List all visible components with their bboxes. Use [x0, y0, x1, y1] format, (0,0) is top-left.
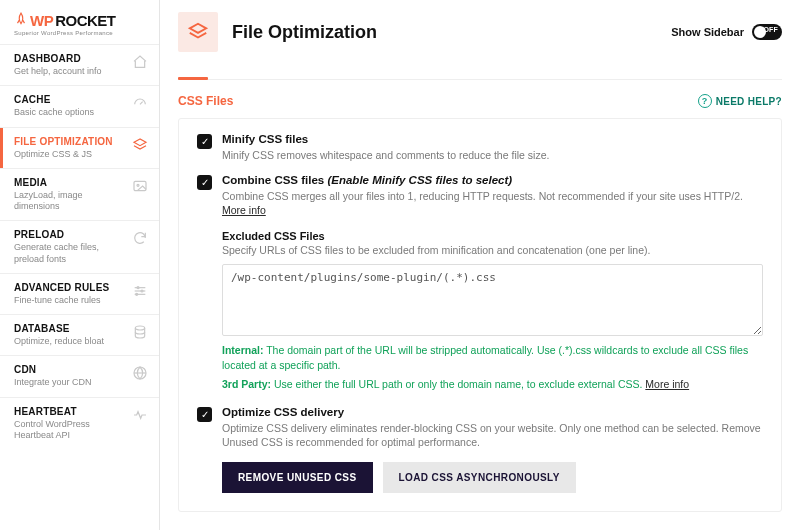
checkbox-combine-css[interactable]: ✓	[197, 175, 212, 190]
excluded-title: Excluded CSS Files	[222, 230, 763, 242]
sidebar-item-database[interactable]: DATABASEOptimize, reduce bloat	[0, 314, 159, 355]
option-minify-desc: Minify CSS removes whitespace and commen…	[222, 148, 763, 162]
sidebar-item-title: HEARTBEAT	[14, 406, 127, 417]
sidebar-item-sub: Integrate your CDN	[14, 377, 92, 388]
sidebar-item-dashboard[interactable]: DASHBOARDGet help, account info	[0, 45, 159, 85]
image-icon	[131, 178, 149, 194]
sidebar-item-cache[interactable]: CACHEBasic cache options	[0, 85, 159, 126]
layers-icon	[178, 12, 218, 52]
excluded-desc: Specify URLs of CSS files to be excluded…	[222, 244, 763, 256]
need-help-link[interactable]: ? NEED HELP?	[698, 94, 782, 108]
sliders-icon	[131, 283, 149, 299]
combine-more-info-link[interactable]: More info	[222, 204, 266, 216]
home-icon	[131, 54, 149, 70]
heartbeat-icon	[131, 407, 149, 423]
show-sidebar-label: Show Sidebar	[671, 26, 744, 38]
remove-unused-css-button[interactable]: REMOVE UNUSED CSS	[222, 462, 373, 493]
sidebar-item-title: DATABASE	[14, 323, 104, 334]
svg-marker-11	[190, 24, 207, 33]
svg-point-2	[137, 184, 139, 186]
brand-logo: WPROCKET Superior WordPress Performance	[0, 0, 159, 45]
gauge-icon	[131, 95, 149, 111]
excluded-css-group: Excluded CSS Files Specify URLs of CSS f…	[222, 230, 763, 393]
refresh-icon	[131, 230, 149, 246]
sidebar-item-sub: Control WordPress Heartbeat API	[14, 419, 127, 442]
layers-icon	[131, 137, 149, 153]
main: File Optimization Show Sidebar OFF CSS F…	[160, 0, 800, 530]
css-files-panel: ✓ Minify CSS files Minify CSS removes wh…	[178, 118, 782, 512]
excluded-more-info-link[interactable]: More info	[645, 378, 689, 390]
sidebar-item-sub: Get help, account info	[14, 66, 102, 77]
rocket-icon	[14, 12, 28, 29]
sidebar-item-title: CACHE	[14, 94, 94, 105]
sidebar-item-title: DASHBOARD	[14, 53, 102, 64]
nav: DASHBOARDGet help, account infoCACHEBasi…	[0, 45, 159, 530]
option-optimize-delivery: ✓ Optimize CSS delivery Optimize CSS del…	[197, 406, 763, 449]
option-combine-title: Combine CSS files (Enable Minify CSS fil…	[222, 174, 763, 186]
sidebar-item-heartbeat[interactable]: HEARTBEATControl WordPress Heartbeat API	[0, 397, 159, 450]
brand-name: WPROCKET	[30, 12, 116, 29]
sidebar-item-media[interactable]: MEDIALazyLoad, image dimensions	[0, 168, 159, 221]
sidebar: WPROCKET Superior WordPress Performance …	[0, 0, 160, 530]
show-sidebar-toggle[interactable]: OFF	[752, 24, 782, 40]
sidebar-item-title: FILE OPTIMIZATION	[14, 136, 113, 147]
page-title: File Optimization	[232, 22, 377, 43]
option-combine-css: ✓ Combine CSS files (Enable Minify CSS f…	[197, 174, 763, 217]
checkbox-optimize-delivery[interactable]: ✓	[197, 407, 212, 422]
sidebar-item-sub: Fine-tune cache rules	[14, 295, 109, 306]
section-title: CSS Files	[178, 94, 233, 108]
sidebar-item-sub: LazyLoad, image dimensions	[14, 190, 127, 213]
svg-point-9	[135, 326, 144, 330]
help-icon: ?	[698, 94, 712, 108]
sidebar-item-title: CDN	[14, 364, 92, 375]
page-header: File Optimization Show Sidebar OFF	[160, 0, 800, 52]
database-icon	[131, 324, 149, 340]
option-optimize-desc: Optimize CSS delivery eliminates render-…	[222, 421, 763, 449]
excluded-hint-internal: Internal: The domain part of the URL wil…	[222, 343, 763, 373]
option-minify-title: Minify CSS files	[222, 133, 763, 145]
sidebar-item-sub: Optimize CSS & JS	[14, 149, 113, 160]
load-css-async-button[interactable]: LOAD CSS ASYNCHRONOUSLY	[383, 462, 576, 493]
sidebar-item-title: MEDIA	[14, 177, 127, 188]
option-optimize-title: Optimize CSS delivery	[222, 406, 763, 418]
excluded-css-textarea[interactable]	[222, 264, 763, 336]
excluded-hint-3rdparty: 3rd Party: Use either the full URL path …	[222, 377, 763, 392]
sidebar-item-title: PRELOAD	[14, 229, 127, 240]
sidebar-item-sub: Optimize, reduce bloat	[14, 336, 104, 347]
option-combine-desc: Combine CSS merges all your files into 1…	[222, 189, 763, 217]
sidebar-item-file-optimization[interactable]: FILE OPTIMIZATIONOptimize CSS & JS	[0, 127, 159, 168]
svg-marker-0	[134, 139, 146, 146]
tab-active-indicator	[178, 77, 208, 80]
option-minify-css: ✓ Minify CSS files Minify CSS removes wh…	[197, 133, 763, 162]
globe-icon	[131, 365, 149, 381]
sidebar-item-advanced-rules[interactable]: ADVANCED RULESFine-tune cache rules	[0, 273, 159, 314]
sidebar-item-title: ADVANCED RULES	[14, 282, 109, 293]
sidebar-item-sub: Generate cache files, preload fonts	[14, 242, 127, 265]
brand-tagline: Superior WordPress Performance	[14, 30, 149, 36]
tab-strip	[178, 60, 782, 80]
sidebar-item-preload[interactable]: PRELOADGenerate cache files, preload fon…	[0, 220, 159, 273]
sidebar-item-cdn[interactable]: CDNIntegrate your CDN	[0, 355, 159, 396]
svg-rect-1	[134, 181, 146, 190]
sidebar-item-sub: Basic cache options	[14, 107, 94, 118]
checkbox-minify-css[interactable]: ✓	[197, 134, 212, 149]
